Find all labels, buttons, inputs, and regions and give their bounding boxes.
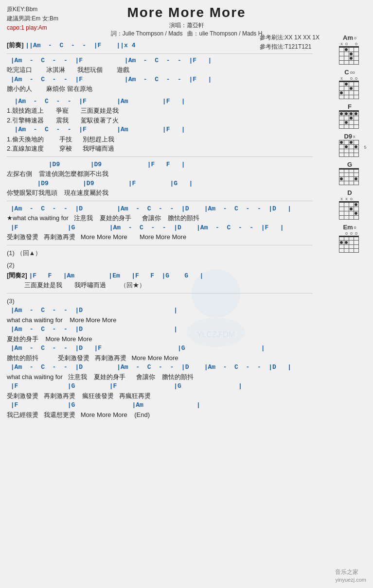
strum-pattern: 參考刷法:XX 1X XX 1X — [260, 33, 320, 42]
s3-chord6: |F |G |Am | — [7, 400, 313, 410]
chord-g: G — [324, 161, 373, 185]
v2-lyric2b: 2.直線加速度 穿梭 我呼嘯而過 — [7, 144, 313, 154]
interlude2-chords: |F F |Am |Em |F F |G G | — [29, 272, 204, 279]
chord-em-label: Em — [343, 224, 353, 231]
section-bridge: |D9 |D9 |F F | 左探右側 雷達偵測怎麼都測不出我 |D9 |D9 … — [7, 160, 313, 198]
s3-chord1: |Am - C - - |D | — [7, 306, 313, 315]
v1-lyric1: 吃完這口 冰淇淋 我想玩個 遊戲 — [7, 65, 313, 75]
chord-c: C oo x o o — [324, 69, 373, 99]
interlude2-lyric: 三面夏娃是我 我呼嘯而過 （回★） — [7, 280, 313, 290]
chord-d: D x x o — [324, 189, 373, 220]
chord-d9: D9 x 5 — [324, 133, 373, 157]
v1-chord2: |Am - C - - |F |Am - C - - |F | — [7, 75, 313, 85]
s3-chord5: |F |G |F |G | — [7, 381, 313, 391]
br-chord1: |D9 |D9 |F F | — [7, 160, 313, 170]
v2-chord2: |Am - C - - |F |Am |F | — [7, 125, 313, 135]
intro-chords: ||Am - C - - |F ||x 4 — [25, 42, 135, 49]
ch-lyric2: 受刺激發燙 再刺激再燙 More More More More More Mor… — [7, 232, 313, 242]
s3-chord4: |Am - C - - |D |Am - C - - |D |Am - C - … — [7, 363, 313, 372]
footer-logo: 音乐之家 yinyuezj.com — [335, 568, 366, 583]
chord-g-label: G — [347, 161, 352, 168]
section-chorus: |Am - C - - |D |Am - C - - |D |Am - C - … — [7, 204, 313, 242]
chord-d-label: D — [347, 189, 352, 196]
capo: capo:1 play:Am — [7, 23, 58, 33]
footer-site: 音乐之家 — [335, 569, 358, 575]
v2-lyric1b: 2.引擎轉速器 震我 駕馭後著了火 — [7, 116, 313, 125]
ref-strum: 參考刷法:XX 1X XX 1X 參考指法:T121T121 — [260, 33, 320, 52]
s3-lyric2: 夏娃的身手 More More More — [7, 334, 313, 344]
s3-chord2: |Am - C - - |D | — [7, 325, 313, 334]
s3-label: (3) — [7, 296, 313, 306]
s3-lyric5: 受刺激發燙 再刺激再燙 瘋狂後發燙 再瘋狂再燙 — [7, 391, 313, 401]
chord-d9-label: D9 — [344, 133, 352, 140]
chord-em: Em o o o o — [324, 224, 373, 253]
chord-c-label: C — [344, 69, 349, 76]
s3-chord3: |Am - C - - |D |F |G | — [7, 344, 313, 353]
v2-lyric1a: 1.競技跑道上 爭寵 三面夏娃是我 — [7, 106, 313, 116]
ch-lyric1: ★what cha waiting for 注意我 夏娃的身手 會讓你 膽怯的顫… — [7, 213, 313, 223]
chord-am-label: Am — [343, 34, 353, 41]
v2-lyric2a: 1.偷天換地的 手技 別想趕上我 — [7, 135, 313, 144]
v2-chord1: |Am - C - - |F |Am |F | — [7, 97, 313, 106]
v1-chord1: |Am - C - - |F |Am - C - - |F | — [7, 56, 313, 66]
chord-f-label: F — [348, 103, 352, 110]
back1-text: (1) （回▲） — [7, 248, 313, 258]
br-lyric2: 你雙眼緊盯我甩頭 現在速度屬於我 — [7, 188, 313, 198]
section-verse1: |Am - C - - |F |Am - C - - |F | 吃完這口 冰淇淋… — [7, 56, 313, 94]
chord-diagrams: Am o x o o — [324, 34, 373, 253]
meta-center: 演唱：蕭亞軒 詞：Julie Thompson / Mads 曲：ulie Th… — [111, 21, 263, 38]
page: 原KEY:Bbm 建議男調:Em 女:Bm capo:1 play:Am Mor… — [0, 0, 373, 588]
original-key: 原KEY:Bbm — [7, 5, 58, 14]
s3-lyric1: what cha waiting for More More More — [7, 315, 313, 325]
section-3: (3) |Am - C - - |D | what cha waiting fo… — [7, 296, 313, 420]
br-lyric1: 左探右側 雷達偵測怎麼都測不出我 — [7, 169, 313, 179]
section-verse2: |Am - C - - |F |Am |F | 1.競技跑道上 爭寵 三面夏娃是… — [7, 97, 313, 154]
s3-lyric6: 我已經很燙 我還想更燙 More More More (End) — [7, 410, 313, 420]
br-chord2: |D9 |D9 |F |G | — [7, 179, 313, 189]
title: More More More — [127, 5, 246, 20]
s3-lyric3: 膽怯的顫抖 受刺激發燙 再刺激再燙 More More More — [7, 353, 313, 363]
chord-f: F — [324, 103, 373, 129]
v1-lyric2: 膽小的人 麻煩你 留在原地 — [7, 84, 313, 94]
ch-chord2: |F |G |Am - C - - |D |Am - C - - |F | — [7, 223, 313, 233]
section-back1: (1) （回▲） — [7, 248, 313, 258]
s3-lyric4: what cha waiting for 注意我 夏娃的身手 會讓你 膽怯的顫抖 — [7, 372, 313, 382]
ch-chord1: |Am - C - - |D |Am - C - - |D |Am - C - … — [7, 204, 313, 214]
credits: 詞：Julie Thompson / Mads 曲：ulie Thompson … — [111, 30, 263, 38]
meta-left: 原KEY:Bbm 建議男調:Em 女:Bm capo:1 play:Am — [7, 5, 58, 33]
footer-url: yinyuezj.com — [335, 577, 366, 583]
finger-pattern: 參考指法:T121T121 — [260, 42, 320, 52]
s2-label: (2) — [7, 260, 313, 270]
main-content: [前奏] ||Am - C - - |F ||x 4 |Am - C - - |… — [7, 41, 313, 419]
interlude2-label: [間奏2] — [7, 272, 29, 279]
intro-label: [前奏] — [7, 41, 25, 49]
suggested-key: 建議男調:Em 女:Bm — [7, 14, 58, 23]
section-2: (2) [間奏2] |F F |Am |Em |F F |G G | 三面夏娃是… — [7, 260, 313, 290]
singer: 演唱：蕭亞軒 — [111, 21, 263, 30]
chord-am: Am o x o o — [324, 34, 373, 65]
